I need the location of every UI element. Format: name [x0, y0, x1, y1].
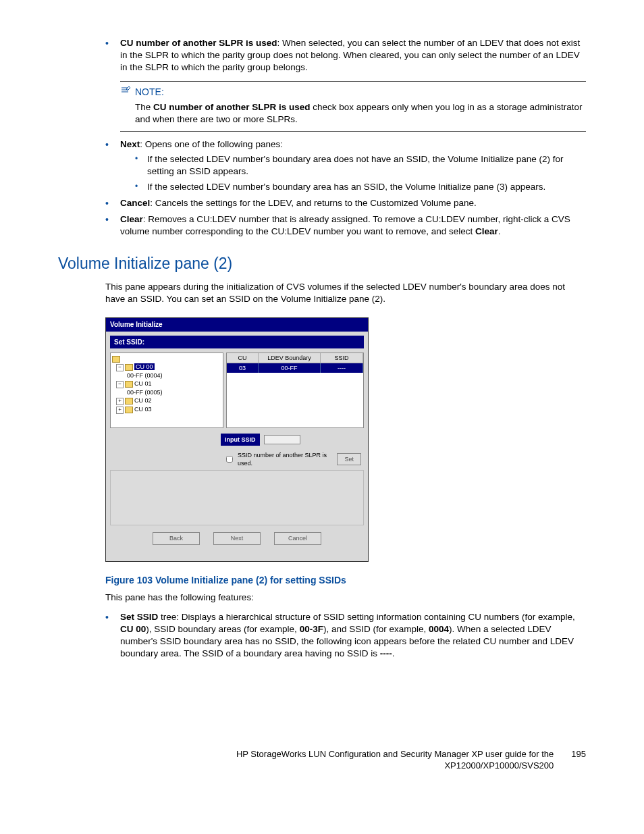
note-body: The CU number of another SLPR is used ch…: [120, 101, 586, 126]
page-footer: HP StorageWorks LUN Configuration and Se…: [58, 748, 586, 772]
figure-caption: Figure 103 Volume Initialize pane (2) fo…: [105, 574, 586, 587]
folder-icon: [112, 356, 120, 363]
section-intro: This pane appears during the initializat…: [105, 281, 586, 305]
footer-line1: HP StorageWorks LUN Configuration and Se…: [236, 748, 554, 760]
col-header-boundary: LDEV Boundary: [259, 353, 321, 363]
section-heading: Volume Initialize pane (2): [58, 253, 586, 274]
folder-icon: [125, 381, 133, 388]
bullet-item: Next: Opens one of the following panes: …: [105, 138, 586, 193]
tree-node[interactable]: CU 03: [134, 406, 152, 413]
bullet-list-mid: Next: Opens one of the following panes: …: [105, 138, 586, 238]
tree-node-selected[interactable]: CU 00: [134, 363, 155, 370]
input-ssid-label: Input SSID: [221, 434, 260, 446]
grid-header: CU LDEV Boundary SSID: [227, 353, 363, 363]
collapse-icon[interactable]: −: [116, 364, 124, 371]
bullet-item: CU number of another SLPR is used: When …: [105, 37, 586, 74]
folder-icon: [125, 364, 133, 371]
bullet-list-top: CU number of another SLPR is used: When …: [105, 37, 586, 74]
bold-text: CU number of another SLPR is used: [120, 38, 277, 48]
cell-boundary: 00-FF: [259, 363, 321, 373]
bullet-item: Cancel: Cancels the settings for the LDE…: [105, 197, 586, 209]
sub-bullet-item: If the selected LDEV number's boundary a…: [135, 181, 586, 193]
note-block: NOTE: The CU number of another SLPR is u…: [120, 81, 586, 132]
bullet-item: Clear: Removes a CU:LDEV number that is …: [105, 213, 586, 238]
grid-row-selected[interactable]: 03 00-FF ----: [227, 363, 363, 373]
checkbox-label: SSID number of another SLPR is used.: [238, 451, 334, 467]
page-number: 195: [571, 748, 586, 760]
tree-node[interactable]: CU 02: [134, 397, 152, 404]
note-header: NOTE:: [120, 86, 586, 99]
ssid-grid[interactable]: CU LDEV Boundary SSID 03 00-FF ----: [226, 353, 364, 428]
dialog-title: Volume Initialize: [106, 318, 368, 332]
dialog-button-row: Back Next Cancel: [106, 528, 368, 561]
sub-bullet-item: If the selected LDEV number's boundary a…: [135, 153, 586, 178]
footer-line2: XP12000/XP10000/SVS200: [236, 760, 554, 772]
sub-bullet-list: If the selected LDEV number's boundary a…: [135, 153, 586, 193]
tree-node[interactable]: CU 01: [134, 380, 152, 387]
folder-icon: [125, 407, 133, 413]
note-label: NOTE:: [135, 86, 164, 99]
features-intro: This pane has the following features:: [105, 592, 586, 604]
note-icon: [120, 86, 131, 99]
set-ssid-header: Set SSID:: [110, 336, 364, 349]
collapse-icon[interactable]: −: [116, 381, 124, 388]
back-button[interactable]: Back: [153, 532, 200, 544]
feature-item: Set SSID tree: Displays a hierarchical s…: [105, 611, 586, 660]
features-list: Set SSID tree: Displays a hierarchical s…: [105, 611, 586, 660]
slpr-ssid-checkbox[interactable]: [226, 456, 233, 463]
next-button[interactable]: Next: [213, 532, 261, 544]
dialog-blank-area: [110, 470, 364, 525]
expand-icon[interactable]: +: [116, 398, 124, 405]
input-ssid-field[interactable]: [264, 435, 300, 444]
ssid-tree[interactable]: −CU 00 00-FF (0004) −CU 01 00-FF (0005) …: [110, 353, 223, 428]
col-header-ssid: SSID: [321, 353, 363, 363]
cell-ssid: ----: [321, 363, 363, 373]
expand-icon[interactable]: +: [116, 407, 124, 414]
col-header-cu: CU: [227, 353, 259, 363]
tree-leaf[interactable]: 00-FF (0004): [112, 371, 221, 380]
cancel-button[interactable]: Cancel: [274, 532, 321, 544]
volume-initialize-dialog: Volume Initialize Set SSID: −CU 00 00-FF…: [105, 317, 369, 562]
tree-leaf[interactable]: 00-FF (0005): [112, 388, 221, 396]
cell-cu: 03: [227, 363, 259, 373]
folder-icon: [125, 398, 133, 405]
set-button[interactable]: Set: [337, 453, 361, 465]
